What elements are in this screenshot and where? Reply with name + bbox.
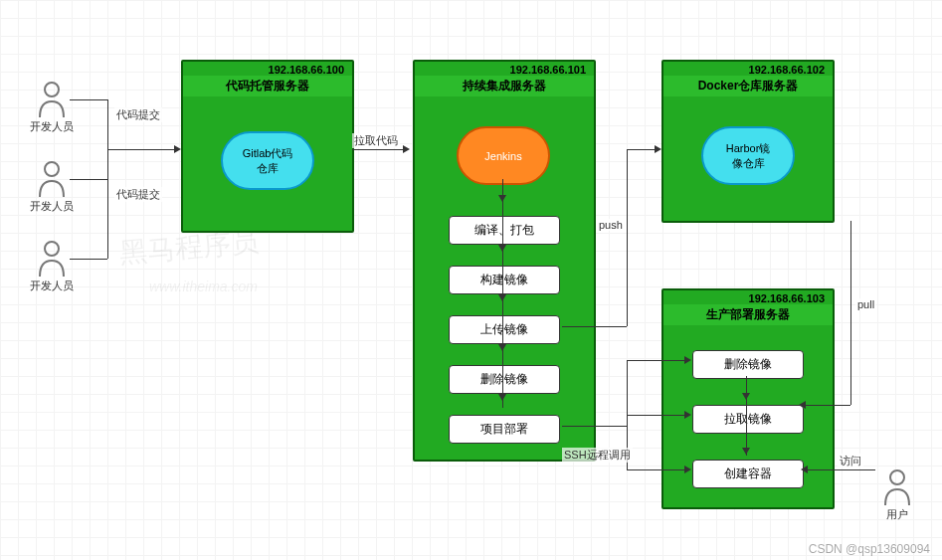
server-ip: 192.168.66.102 xyxy=(663,62,833,76)
cloud-jenkins: Jenkins xyxy=(457,126,550,185)
jenkins-step: 删除镜像 xyxy=(449,365,560,394)
arrow xyxy=(562,426,627,427)
arrow-head xyxy=(174,145,181,153)
arrow xyxy=(70,259,107,260)
server-gitlab: 192.168.66.100 代码托管服务器 Gitlab代码 仓库 xyxy=(181,60,354,233)
edge-label: 代码提交 xyxy=(114,187,162,202)
arrow-head xyxy=(498,394,506,401)
arrow xyxy=(627,469,686,470)
end-user: 用户 xyxy=(880,467,914,522)
prod-step: 删除镜像 xyxy=(692,350,804,379)
arrow-head xyxy=(403,145,410,153)
developer-label: 开发人员 xyxy=(30,279,74,293)
arrow-head xyxy=(498,294,506,301)
edge-label: pull xyxy=(855,298,876,310)
server-harbor: 192.168.66.102 Docker仓库服务器 Harbor镜 像仓库 xyxy=(661,60,835,223)
user-label: 用户 xyxy=(880,507,914,522)
person-icon xyxy=(35,159,69,199)
arrow-head xyxy=(742,393,750,400)
arrow-head xyxy=(684,411,691,419)
person-icon xyxy=(35,80,69,119)
developer-label: 开发人员 xyxy=(30,119,74,134)
arrow xyxy=(746,376,747,456)
prod-step: 创建容器 xyxy=(692,460,804,488)
arrow xyxy=(502,179,503,408)
jenkins-step: 编译、打包 xyxy=(449,216,560,245)
jenkins-step: 上传镜像 xyxy=(449,315,560,344)
developer-label: 开发人员 xyxy=(30,199,74,214)
arrow xyxy=(70,99,107,100)
arrow-head xyxy=(684,356,691,364)
arrow-head xyxy=(498,344,506,351)
person-icon xyxy=(35,239,69,279)
server-ip: 192.168.66.100 xyxy=(183,62,352,76)
edge-label: 代码提交 xyxy=(114,107,162,122)
credit-text: CSDN @qsp13609094 xyxy=(809,542,930,556)
arrow xyxy=(804,405,850,406)
prod-step: 拉取镜像 xyxy=(692,405,804,434)
arrow-head xyxy=(498,195,506,202)
developer-1: 开发人员 xyxy=(30,80,74,134)
svg-point-3 xyxy=(890,470,904,484)
arrow xyxy=(107,149,108,259)
arrow xyxy=(850,221,851,405)
arrow xyxy=(627,360,686,361)
server-title: 生产部署服务器 xyxy=(663,304,833,325)
server-title: 持续集成服务器 xyxy=(415,76,594,96)
edge-label: 拉取代码 xyxy=(352,133,400,148)
person-icon xyxy=(880,467,914,507)
edge-label: push xyxy=(597,219,625,231)
arrow-head xyxy=(799,401,806,409)
svg-point-0 xyxy=(45,83,59,96)
arrow xyxy=(806,469,875,470)
arrow-head xyxy=(684,466,691,473)
server-title: 代码托管服务器 xyxy=(183,76,352,96)
server-ip: 192.168.66.103 xyxy=(663,290,833,304)
watermark-url: www.itheima.com xyxy=(149,279,258,294)
arrow-head xyxy=(498,245,506,252)
arrow xyxy=(352,149,406,150)
cloud-harbor: Harbor镜 像仓库 xyxy=(701,126,795,185)
arrow-head xyxy=(655,145,661,153)
edge-label: 访问 xyxy=(838,454,863,468)
svg-point-2 xyxy=(45,242,59,256)
server-title: Docker仓库服务器 xyxy=(663,76,833,96)
jenkins-step: 项目部署 xyxy=(449,415,560,444)
arrow xyxy=(107,149,177,150)
arrow-head xyxy=(801,466,808,473)
arrow xyxy=(70,179,107,180)
developer-3: 开发人员 xyxy=(30,239,74,293)
jenkins-step: 构建镜像 xyxy=(449,266,560,294)
arrow xyxy=(627,149,657,150)
arrow-head xyxy=(742,448,750,455)
server-ip: 192.168.66.101 xyxy=(415,62,594,76)
arrow xyxy=(562,326,627,327)
svg-point-1 xyxy=(45,162,59,176)
developer-2: 开发人员 xyxy=(30,159,74,214)
cloud-gitlab: Gitlab代码 仓库 xyxy=(221,131,314,190)
arrow xyxy=(627,415,686,416)
server-jenkins: 192.168.66.101 持续集成服务器 Jenkins 编译、打包 构建镜… xyxy=(413,60,596,462)
edge-label: SSH远程调用 xyxy=(562,448,633,463)
arrow xyxy=(107,99,108,149)
arrow xyxy=(627,149,628,326)
